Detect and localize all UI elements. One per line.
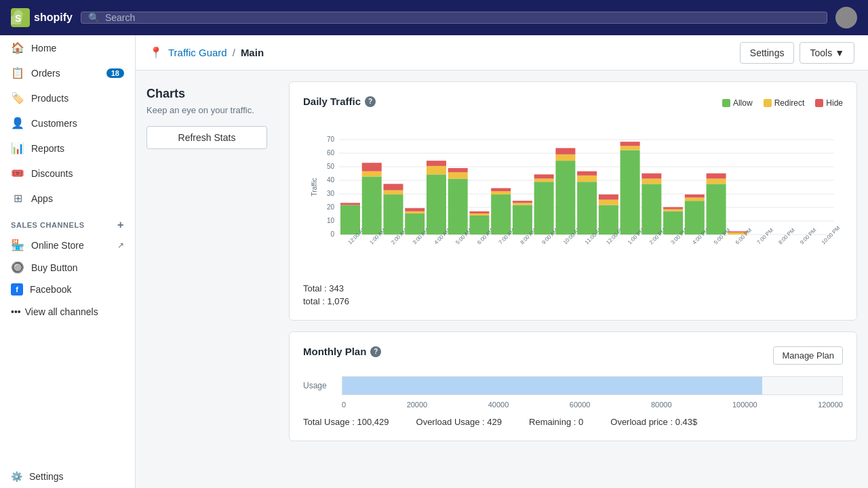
svg-text:9:00 PM: 9:00 PM [799, 227, 818, 246]
svg-text:60: 60 [327, 149, 335, 157]
svg-rect-75 [642, 179, 661, 184]
products-icon: 🏷️ [11, 92, 24, 104]
svg-text:40: 40 [327, 176, 335, 184]
total-usage-stat: Total Usage : 100,429 [303, 417, 389, 427]
sidebar-item-apps[interactable]: ⊞ Apps [0, 186, 135, 211]
svg-rect-51 [513, 203, 532, 205]
search-input[interactable] [105, 12, 820, 23]
sidebar-item-settings[interactable]: ⚙️ Settings [0, 465, 135, 488]
overload-usage-stat: Overload Usage : 429 [416, 417, 502, 427]
legend-hide: Hide [815, 98, 843, 108]
search-bar[interactable]: 🔍 [81, 12, 827, 24]
charts-subtitle: Keep an eye on your traffic. [146, 105, 267, 115]
shopify-logo[interactable]: S shopify [11, 8, 73, 27]
svg-rect-56 [534, 174, 554, 178]
svg-rect-68 [599, 195, 618, 200]
sidebar-item-orders[interactable]: 📋 Orders 18 [0, 60, 135, 85]
svg-rect-38 [448, 179, 468, 235]
sidebar-item-discounts[interactable]: 🎟️ Discounts [0, 161, 135, 186]
hide-dot [815, 99, 823, 107]
avatar[interactable] [835, 7, 857, 28]
svg-rect-84 [685, 195, 705, 198]
sidebar-item-customers[interactable]: 👤 Customers [0, 110, 135, 136]
facebook-label: Facebook [30, 284, 71, 295]
monthly-plan-title: Monthly Plan ? [303, 346, 381, 357]
usage-chart: Usage 0 20000 40000 60000 80000 100000 [303, 376, 843, 409]
svg-text:Traffic: Traffic [311, 178, 318, 196]
sidebar-item-facebook[interactable]: f Facebook [0, 279, 135, 300]
charts-panel: Daily Traffic ? Allow Redirect [278, 70, 868, 452]
inner-layout: Charts Keep an eye on your traffic. Refr… [136, 70, 868, 452]
refresh-stats-button[interactable]: Refresh Stats [146, 126, 267, 149]
svg-text:10: 10 [327, 217, 335, 224]
breadcrumb-app-link[interactable]: Traffic Guard [168, 47, 227, 58]
total-value: 343 [329, 283, 344, 293]
svg-text:8:00 PM: 8:00 PM [777, 227, 796, 246]
view-all-channels[interactable]: ••• View all channels [0, 300, 135, 323]
settings-button[interactable]: Settings [740, 42, 795, 64]
svg-rect-43 [469, 214, 489, 216]
reports-icon: 📊 [11, 142, 24, 155]
svg-rect-36 [427, 161, 446, 166]
online-store-label: Online Store [31, 240, 84, 251]
manage-plan-button[interactable]: Manage Plan [773, 346, 843, 365]
breadcrumb-bar: 📍 Traffic Guard / Main Settings Tools ▼ [136, 35, 868, 70]
tools-button[interactable]: Tools ▼ [800, 42, 854, 64]
svg-text:7:00 PM: 7:00 PM [756, 227, 775, 246]
legend-allow: Allow [722, 98, 753, 108]
logo-text: shopify [34, 12, 73, 24]
daily-traffic-card: Daily Traffic ? Allow Redirect [289, 81, 857, 321]
svg-rect-86 [707, 184, 726, 235]
breadcrumb-separator: / [233, 47, 235, 58]
allow-dot [722, 99, 730, 107]
usage-bar-fill [342, 377, 762, 394]
x-scale-5: 100000 [732, 401, 757, 409]
daily-traffic-title: Daily Traffic ? [303, 96, 376, 107]
svg-text:70: 70 [327, 136, 335, 143]
tools-label: Tools [810, 47, 832, 58]
overload-price-stat: Overload price : 0.43$ [610, 417, 697, 427]
sidebar-item-reports[interactable]: 📊 Reports [0, 136, 135, 161]
legend-redirect-label: Redirect [774, 98, 805, 108]
sidebar-item-buy-button[interactable]: 🔘 Buy Button [0, 256, 135, 279]
main-content: 📍 Traffic Guard / Main Settings Tools ▼ … [136, 35, 868, 488]
svg-text:20: 20 [327, 203, 335, 211]
top-navigation: S shopify 🔍 [0, 0, 868, 35]
svg-rect-60 [555, 148, 575, 154]
sales-channels-label: SALES CHANNELS [11, 221, 85, 229]
svg-rect-22 [362, 176, 382, 235]
sidebar-label-customers: Customers [31, 118, 77, 129]
external-link-icon: ↗ [117, 241, 124, 250]
add-channel-icon[interactable]: + [117, 219, 124, 231]
sidebar: 🏠 Home 📋 Orders 18 🏷️ Products 👤 Custome… [0, 35, 136, 488]
sidebar-label-reports: Reports [31, 143, 64, 154]
sidebar-item-online-store[interactable]: 🏪 Online Store ↗ [0, 234, 135, 256]
sidebar-label-discounts: Discounts [31, 168, 73, 179]
svg-rect-59 [555, 155, 575, 161]
legend-hide-label: Hide [826, 98, 843, 108]
svg-rect-19 [340, 205, 360, 235]
remaining-stat: Remaining : 0 [529, 417, 583, 427]
svg-rect-58 [555, 161, 575, 235]
svg-rect-32 [405, 208, 425, 211]
overload-price-value: 0.43$ [675, 417, 698, 427]
sidebar-item-home[interactable]: 🏠 Home [0, 35, 135, 60]
dots-icon: ••• [11, 306, 21, 317]
svg-rect-39 [448, 172, 468, 178]
dropdown-arrow-icon: ▼ [835, 47, 844, 58]
usage-label: Usage [303, 381, 334, 390]
svg-rect-82 [685, 201, 705, 235]
monthly-plan-card: Monthly Plan ? Manage Plan Usage [289, 331, 857, 441]
sidebar-item-products[interactable]: 🏷️ Products [0, 85, 135, 110]
daily-traffic-chart: 70 60 50 40 30 20 10 0 Traffic 12:00 AM1… [303, 126, 843, 275]
left-panel: Charts Keep an eye on your traffic. Refr… [136, 70, 278, 452]
monthly-plan-info-icon[interactable]: ? [370, 346, 381, 357]
legend-redirect: Redirect [764, 98, 805, 108]
breadcrumb-current: Main [241, 47, 264, 58]
daily-traffic-info-icon[interactable]: ? [365, 96, 376, 107]
svg-rect-52 [513, 201, 532, 203]
sales-channels-section: SALES CHANNELS + [0, 211, 135, 234]
svg-text:6:00 PM: 6:00 PM [734, 227, 753, 246]
apps-icon: ⊞ [11, 192, 24, 205]
total-stat: Total : 343 [303, 283, 843, 293]
